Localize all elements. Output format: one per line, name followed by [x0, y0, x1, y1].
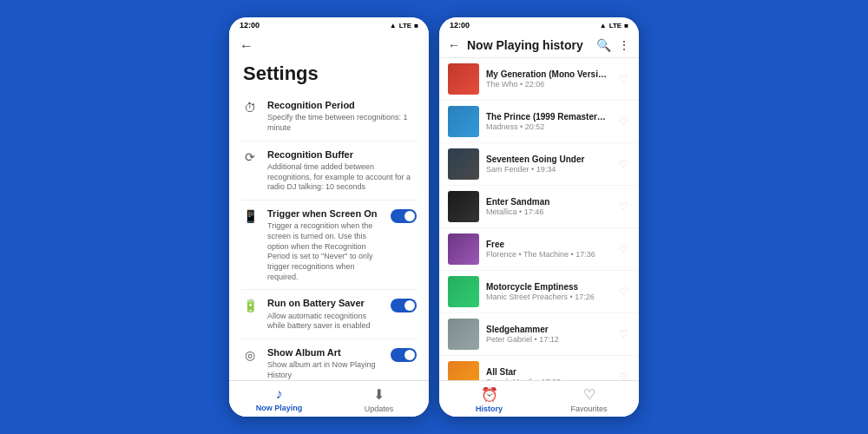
album-art: [448, 319, 479, 350]
history-phone: 12:00 ▲ LTE ■ ← Now Playing history 🔍 ⋮ …: [439, 17, 639, 417]
favourite-heart-icon[interactable]: ♡: [616, 201, 630, 213]
lte-label: LTE: [609, 22, 622, 30]
setting-show-album-art[interactable]: ◎ Show Album Art Show album art in Now P…: [241, 339, 417, 380]
lte-label: LTE: [399, 22, 412, 30]
history-status-icons: ▲ LTE ■: [600, 22, 628, 30]
favourite-heart-icon[interactable]: ♡: [616, 115, 630, 128]
setting-name: Show Album Art: [267, 346, 382, 358]
favourite-heart-icon[interactable]: ♡: [616, 158, 630, 170]
settings-bottom-nav: ♪ Now Playing ⬇ Updates: [229, 380, 429, 417]
battery-saver-toggle[interactable]: [391, 299, 417, 312]
song-info: My Generation (Mono Version) The Who • 2…: [486, 69, 609, 89]
settings-time: 12:00: [240, 21, 260, 30]
favourite-heart-icon[interactable]: ♡: [616, 371, 630, 380]
favourite-heart-icon[interactable]: ♡: [616, 243, 630, 255]
favourite-heart-icon[interactable]: ♡: [616, 328, 630, 340]
settings-status-icons: ▲ LTE ■: [390, 22, 418, 30]
history-header: ← Now Playing history 🔍 ⋮: [439, 33, 639, 58]
nav-updates[interactable]: ⬇ Updates: [329, 386, 429, 413]
settings-phone: 12:00 ▲ LTE ■ ← Settings ⏱ Recognition P…: [229, 17, 429, 417]
history-back-button[interactable]: ←: [448, 38, 460, 52]
song-meta: Sam Fender • 19:34: [486, 165, 609, 174]
song-title: Sledgehammer: [486, 325, 609, 334]
now-playing-label: Now Playing: [256, 404, 303, 412]
setting-recognition-buffer[interactable]: ⟳ Recognition Buffer Additional time add…: [241, 141, 417, 201]
updates-label: Updates: [365, 404, 394, 413]
setting-name: Recognition Period: [267, 99, 417, 111]
history-list-item[interactable]: Sledgehammer Peter Gabriel • 17:12 ♡: [439, 313, 639, 356]
album-art: [448, 276, 479, 307]
history-icon: ⏰: [481, 386, 498, 403]
album-art: [448, 191, 479, 222]
history-list-item[interactable]: Free Florence • The Machine • 17:36 ♡: [439, 228, 639, 271]
settings-page-title: Settings: [229, 59, 429, 92]
back-button[interactable]: ←: [240, 38, 253, 54]
settings-list: ⏱ Recognition Period Specify the time be…: [229, 92, 429, 380]
setting-name: Recognition Buffer: [267, 148, 417, 161]
wifi-icon: ▲: [390, 22, 397, 30]
album-art-toggle[interactable]: [391, 348, 417, 362]
album-icon: ◎: [241, 348, 259, 362]
song-title: All Star: [486, 367, 609, 377]
setting-desc: Specify the time between recognitions: 1…: [267, 113, 417, 133]
signal-icon: ■: [624, 22, 628, 30]
favourites-label: Favourites: [570, 404, 607, 413]
song-title: Motorcycle Emptiness: [486, 282, 609, 292]
song-info: Motorcycle Emptiness Manic Street Preach…: [486, 282, 609, 301]
song-title: My Generation (Mono Version): [486, 69, 609, 79]
battery-icon: 🔋: [241, 299, 259, 312]
setting-desc: Allow automatic recognitions while batte…: [267, 312, 382, 332]
setting-battery-saver[interactable]: 🔋 Run on Battery Saver Allow automatic r…: [241, 290, 417, 339]
trigger-screen-toggle[interactable]: [391, 209, 417, 223]
album-art: [448, 63, 479, 95]
history-list-item[interactable]: Enter Sandman Metallica • 17:46 ♡: [439, 186, 639, 228]
setting-recognition-period[interactable]: ⏱ Recognition Period Specify the time be…: [241, 92, 417, 141]
album-art: [448, 233, 479, 265]
song-meta: Madness • 20:52: [486, 122, 609, 131]
history-list-item[interactable]: Motorcycle Emptiness Manic Street Preach…: [439, 271, 639, 313]
nav-history[interactable]: ⏰ History: [439, 386, 539, 413]
song-title: The Prince (1999 Remastered Ver...: [486, 112, 609, 122]
song-meta: The Who • 22:06: [486, 80, 609, 89]
song-info: The Prince (1999 Remastered Ver... Madne…: [486, 112, 609, 131]
favourite-heart-icon[interactable]: ♡: [616, 286, 630, 298]
setting-name: Trigger when Screen On: [267, 207, 382, 220]
nav-now-playing[interactable]: ♪ Now Playing: [229, 386, 329, 413]
album-art: [448, 106, 479, 137]
song-title: Free: [486, 240, 609, 249]
search-icon[interactable]: 🔍: [596, 38, 611, 52]
setting-desc: Show album art in Now Playing History: [267, 360, 382, 380]
signal-icon: ■: [414, 22, 418, 30]
history-list-item[interactable]: My Generation (Mono Version) The Who • 2…: [439, 58, 639, 101]
clock-icon: ⏱: [241, 101, 259, 115]
song-info: Free Florence • The Machine • 17:36: [486, 240, 609, 259]
setting-desc: Additional time added between recognitio…: [267, 162, 417, 193]
history-page-title: Now Playing history: [467, 38, 589, 52]
album-art: [448, 148, 479, 180]
favourites-icon: ♡: [583, 386, 595, 403]
setting-desc: Trigger a recognition when the screen is…: [267, 221, 382, 282]
updates-icon: ⬇: [373, 386, 385, 403]
album-art: [448, 361, 479, 380]
more-options-icon[interactable]: ⋮: [618, 38, 630, 52]
history-list-item[interactable]: All Star Smash Mouth • 17:03 ♡: [439, 356, 639, 380]
settings-header: ←: [229, 33, 429, 59]
screen-icon: 📱: [241, 209, 259, 223]
history-song-list: My Generation (Mono Version) The Who • 2…: [439, 58, 639, 380]
song-info: All Star Smash Mouth • 17:03: [486, 367, 609, 380]
song-info: Sledgehammer Peter Gabriel • 17:12: [486, 325, 609, 344]
history-list-item[interactable]: The Prince (1999 Remastered Ver... Madne…: [439, 101, 639, 143]
song-info: Enter Sandman Metallica • 17:46: [486, 197, 609, 216]
nav-favourites[interactable]: ♡ Favourites: [539, 386, 639, 413]
setting-name: Run on Battery Saver: [267, 297, 382, 309]
song-meta: Peter Gabriel • 17:12: [486, 335, 609, 344]
song-meta: Manic Street Preachers • 17:26: [486, 293, 609, 301]
setting-trigger-screen-on[interactable]: 📱 Trigger when Screen On Trigger a recog…: [241, 201, 417, 290]
song-meta: Metallica • 17:46: [486, 207, 609, 216]
history-status-bar: 12:00 ▲ LTE ■: [439, 17, 639, 33]
now-playing-icon: ♪: [276, 386, 283, 402]
history-list-item[interactable]: Seventeen Going Under Sam Fender • 19:34…: [439, 143, 639, 186]
wifi-icon: ▲: [600, 22, 607, 30]
song-info: Seventeen Going Under Sam Fender • 19:34: [486, 155, 609, 174]
favourite-heart-icon[interactable]: ♡: [616, 73, 630, 85]
